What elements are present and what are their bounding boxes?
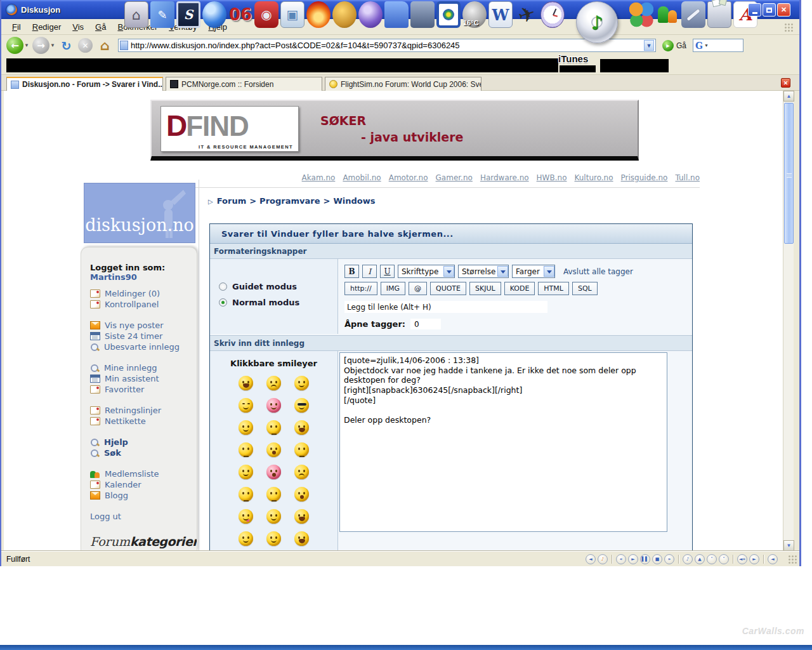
search-engine-dropdown-icon[interactable]: ▼ xyxy=(704,43,709,48)
smiley-rolleyes[interactable] xyxy=(239,442,253,457)
house-icon[interactable]: ⌂ xyxy=(124,1,148,28)
media-note-icon[interactable]: ♪ xyxy=(598,554,608,564)
msn-butterfly-icon[interactable] xyxy=(629,1,653,28)
back-button[interactable]: ← xyxy=(6,37,23,54)
trillian-icon[interactable]: S xyxy=(176,1,200,28)
scrollbar-thumb[interactable] xyxy=(784,103,794,244)
globe-icon[interactable] xyxy=(358,1,383,28)
word-icon[interactable]: W xyxy=(488,1,513,28)
ad-banner[interactable]: D FIND IT & RESOURCE MANAGEMENT SØKER - … xyxy=(150,100,639,161)
media-up-icon[interactable]: ˄ xyxy=(707,554,717,564)
smiley-mad[interactable] xyxy=(294,465,309,479)
media-stop-icon[interactable]: ■ xyxy=(652,554,662,564)
weather-moon-icon[interactable]: 16°C xyxy=(462,1,487,28)
menu-vis[interactable]: Vis xyxy=(67,21,89,33)
open-tags-input[interactable] xyxy=(410,319,441,329)
maximize-button[interactable] xyxy=(763,3,776,17)
smiley-angel[interactable] xyxy=(239,465,253,479)
minimize-button[interactable] xyxy=(748,3,761,17)
portal-link-amobil-no[interactable]: Amobil.no xyxy=(343,173,381,182)
tab-3[interactable]: FlightSim.no Forum: World Cup 2006: Sver… xyxy=(325,77,481,91)
underline-button[interactable]: U xyxy=(380,265,395,278)
media-pause-icon[interactable]: ▌▌ xyxy=(640,554,650,564)
eye-icon[interactable] xyxy=(436,1,461,28)
stop-button[interactable]: ✕ xyxy=(78,38,93,53)
sidebar-item-min-assistent[interactable]: Min assistent xyxy=(90,373,197,384)
select-størrelse[interactable]: Størrelse xyxy=(458,265,509,278)
flame-icon[interactable] xyxy=(306,1,331,28)
home-button[interactable]: ⌂ xyxy=(96,37,113,54)
sidebar-item-vis-nye-poster[interactable]: Vis nye poster xyxy=(90,320,197,331)
menu-rediger[interactable]: Rediger xyxy=(27,21,67,33)
tools-icon[interactable] xyxy=(681,1,705,28)
back-dropdown-icon[interactable]: ▼ xyxy=(24,43,30,48)
tag-button-html[interactable]: HTML xyxy=(538,282,569,295)
reload-button[interactable]: ↻ xyxy=(58,37,74,53)
smiley-love[interactable] xyxy=(266,465,281,479)
media-play-icon[interactable]: ► xyxy=(628,554,638,564)
mode-option-guidet-modus[interactable]: Guidet modus xyxy=(219,282,337,291)
portal-link-tull-no[interactable]: Tull.no xyxy=(675,173,700,182)
tag-button-http[interactable]: http:// xyxy=(344,282,377,295)
smiley-lol[interactable] xyxy=(294,420,309,435)
cd-burner-icon[interactable]: ◉ xyxy=(254,1,278,28)
forward-button[interactable]: → xyxy=(32,37,49,54)
sidebar-item-nettikette[interactable]: Nettikette xyxy=(90,416,197,427)
toolbar-grip[interactable] xyxy=(784,23,793,32)
tag-button-[interactable]: @ xyxy=(409,282,427,295)
close-button[interactable]: ✕ xyxy=(777,3,790,17)
vertical-scrollbar[interactable]: ▲ ▼ xyxy=(783,91,794,551)
media-volume-icon[interactable]: ◄» xyxy=(737,554,747,564)
menu-fil[interactable]: Fil xyxy=(6,21,27,33)
smiley-neutral[interactable] xyxy=(266,420,281,435)
site-logo[interactable]: diskusjon.no xyxy=(84,183,195,243)
portal-link-kulturo-no[interactable]: Kulturo.no xyxy=(574,173,613,182)
sidebar-item-kalender[interactable]: Kalender xyxy=(90,479,197,490)
sidebar-item-kontrollpanel[interactable]: Kontrollpanel xyxy=(90,299,197,310)
clock-icon[interactable] xyxy=(540,1,565,28)
media-collapse-icon[interactable]: ◄ xyxy=(768,554,778,564)
smiley-woot[interactable] xyxy=(294,509,309,524)
tag-button-quote[interactable]: QUOTE xyxy=(430,282,466,295)
close-all-tags-link[interactable]: Avslutt alle tagger xyxy=(563,267,633,276)
sidebar-item-hjelp[interactable]: Hjelp xyxy=(90,437,197,448)
breadcrumb-windows[interactable]: Windows xyxy=(333,196,375,206)
select-farger[interactable]: Farger xyxy=(512,265,555,278)
media-next-icon[interactable]: » xyxy=(664,554,674,564)
italic-button[interactable]: I xyxy=(362,265,377,278)
menu-gå[interactable]: Gå xyxy=(89,21,112,33)
tab-2[interactable]: PCMNorge.com :: Forsiden xyxy=(166,77,322,91)
smiley-tongue[interactable] xyxy=(239,509,253,524)
smiley-whistle[interactable] xyxy=(266,442,281,457)
smiley-smirk[interactable] xyxy=(294,442,309,457)
smiley-cheer[interactable] xyxy=(294,531,309,546)
portal-link-hwb-no[interactable]: HWB.no xyxy=(537,173,567,182)
photo-viewer-icon[interactable]: ▣ xyxy=(280,1,304,28)
add-link-input[interactable] xyxy=(344,301,547,313)
google-earth-icon[interactable] xyxy=(202,1,226,28)
sidebar-item-søk[interactable]: Søk xyxy=(90,448,197,458)
itunes-icon[interactable]: ♪ xyxy=(569,1,625,43)
username-link[interactable]: Martins90 xyxy=(90,272,137,282)
tag-button-skjul[interactable]: SKJUL xyxy=(469,282,501,295)
bearshare-icon[interactable] xyxy=(332,1,357,28)
sidebar-item-blogg[interactable]: Blogg xyxy=(90,490,197,501)
folder-pen-icon[interactable]: ✎ xyxy=(150,1,174,28)
sidebar-item-favoritter[interactable]: Favoritter xyxy=(90,384,197,395)
dropdown-arrow-icon[interactable] xyxy=(497,266,508,277)
smiley-dry[interactable] xyxy=(239,487,253,501)
portal-link-amotor-no[interactable]: Amotor.no xyxy=(389,173,428,182)
folder-icon[interactable] xyxy=(384,1,409,28)
briefcase-icon[interactable] xyxy=(410,1,435,28)
smiley-sad[interactable] xyxy=(266,376,281,390)
radio-guidet-modus[interactable] xyxy=(219,282,227,291)
media-expand-icon[interactable]: ► xyxy=(749,554,759,564)
airplane-icon[interactable]: ✈ xyxy=(514,1,539,28)
smiley-grin[interactable] xyxy=(239,398,253,413)
breadcrumb-programvare[interactable]: Programvare xyxy=(259,196,320,206)
breadcrumb-forum[interactable]: Forum xyxy=(217,196,247,206)
post-textarea[interactable]: [quote=zjulik,14/06-2006 : 13:38] Object… xyxy=(339,352,667,532)
sidebar-item-logg-ut[interactable]: Logg ut xyxy=(90,511,197,522)
smiley-roll[interactable] xyxy=(266,509,281,524)
tag-button-img[interactable]: IMG xyxy=(381,282,405,295)
